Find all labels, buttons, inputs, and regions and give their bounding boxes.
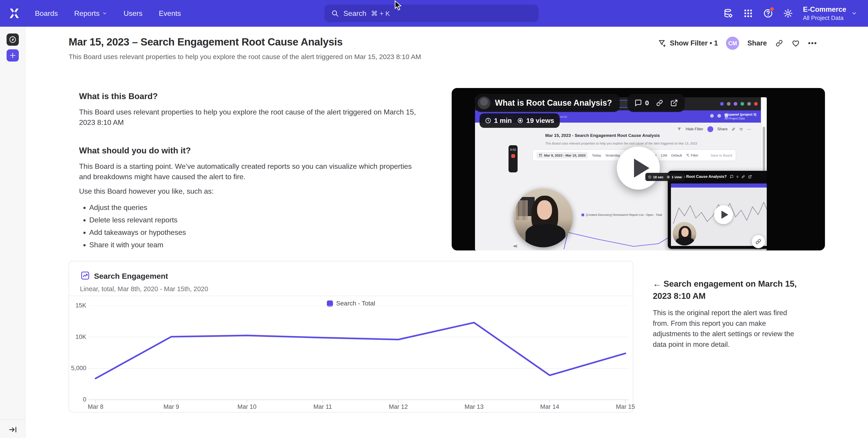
board-actions: Show Filter • 1 CM Share ••• <box>658 35 817 51</box>
x-tick-label: Mar 15 <box>607 403 644 410</box>
expand-sidebar-button[interactable] <box>8 425 18 434</box>
usage-bullet-list: Adjust the queries Delete less relevant … <box>89 202 406 252</box>
search-icon <box>331 9 339 17</box>
line-report-icon <box>81 271 90 280</box>
nested-video-frame: What is Root Cause Analysis? 0 <box>668 171 767 249</box>
share-button[interactable]: Share <box>747 39 767 47</box>
chart-series-line[interactable] <box>96 323 625 378</box>
nested-mini-navbar <box>671 183 767 188</box>
nav-item-reports[interactable]: Reports <box>74 9 107 18</box>
x-tick-label: Mar 14 <box>532 403 568 410</box>
add-board-button[interactable] <box>6 49 19 62</box>
line-chart <box>89 306 629 404</box>
project-switcher[interactable]: E-Commerce All Project Data <box>803 5 857 22</box>
copy-link-button[interactable] <box>775 39 783 47</box>
section-list-intro: Use this Board however you like, such as… <box>79 186 419 196</box>
data-management-icon[interactable] <box>723 8 733 18</box>
video-title-pill: What is Root Cause Analysis? <box>475 94 620 112</box>
report-title[interactable]: Search Engagement <box>94 272 168 280</box>
video-copy-link-button[interactable] <box>752 235 765 248</box>
list-item: Delete less relevant reports <box>89 215 406 225</box>
show-filter-button[interactable]: Show Filter • 1 <box>658 39 718 47</box>
heart-icon <box>792 39 800 47</box>
x-tick-label: Mar 11 <box>304 403 341 410</box>
link-icon <box>755 238 762 245</box>
mini-board-subtitle: This Board uses relevant properties to h… <box>545 142 697 145</box>
mini-board-title: Mar 15, 2023 - Search Engagement Root Ca… <box>545 133 660 138</box>
comment-icon[interactable] <box>634 99 642 107</box>
rail-divider <box>0 419 25 420</box>
link-icon[interactable] <box>656 99 663 107</box>
nested-video-body <box>671 188 767 246</box>
note-heading: ← Search engagement on March 15, 2023 8:… <box>653 278 798 302</box>
section-body-what-to-do: This Board is a starting point. We’ve au… <box>79 161 419 182</box>
mouse-cursor <box>393 0 403 12</box>
search-input[interactable]: Search ⌘ + K <box>324 4 539 22</box>
project-name: E-Commerce <box>803 5 846 13</box>
apps-grid-icon[interactable] <box>743 8 753 18</box>
x-tick-label: Mar 12 <box>380 403 416 410</box>
mini-board-actions: Hide Filter Share ⋯ <box>678 126 751 132</box>
comment-count: 0 <box>645 99 649 107</box>
video-embed[interactable]: BoardsReportsUsersEvents Mixpanel (proje… <box>452 88 825 250</box>
open-external-icon[interactable] <box>670 99 678 107</box>
webcam-circle <box>514 189 572 247</box>
mini-report-legend: [Content Discovery] Omnisearch Report Li… <box>582 213 662 216</box>
nested-webcam-circle <box>673 222 696 245</box>
report-subtitle: Linear, total, Mar 8th, 2020 - Mar 15th,… <box>80 285 208 293</box>
help-icon[interactable] <box>763 8 773 18</box>
range-option: Default <box>671 154 682 157</box>
section-body-what-is: This Board uses relevant properties to h… <box>79 107 419 128</box>
section-heading-what-is: What is this Board? <box>79 92 423 101</box>
range-option: Today <box>592 154 601 157</box>
mixpanel-board-page: X Boards Reports Users Events Search ⌘ +… <box>0 0 868 438</box>
video-duration: 1 min <box>494 117 512 125</box>
more-menu-button[interactable]: ••• <box>808 39 817 47</box>
y-tick-label: 5,000 <box>69 365 86 372</box>
notification-badge <box>770 6 774 11</box>
play-button[interactable] <box>617 146 660 190</box>
mini-avatar <box>707 126 713 132</box>
views-icon <box>517 117 524 124</box>
list-item: Share it with your team <box>89 240 406 250</box>
clock-icon <box>485 117 491 124</box>
video-stats-pill: 1 min 19 views <box>479 113 560 128</box>
mixpanel-logo[interactable]: X <box>6 5 22 21</box>
x-tick-label: Mar 8 <box>78 403 114 410</box>
nav-item-boards[interactable]: Boards <box>35 9 58 18</box>
chevron-down-icon <box>102 11 107 16</box>
recording-dot <box>754 102 758 106</box>
nav-item-events[interactable]: Events <box>159 9 181 18</box>
y-tick-label: 15K <box>69 302 86 309</box>
mini-project-switcher: Mixpanel (project 3) All Project Data <box>724 112 756 121</box>
card-divider <box>69 296 633 296</box>
note-body: This is the original report the alert wa… <box>653 308 798 350</box>
section-heading-what-to-do: What should you do with it? <box>79 146 423 156</box>
discover-compass-button[interactable] <box>6 33 19 46</box>
search-shortcut: ⌘ + K <box>371 9 390 18</box>
report-card-search-engagement[interactable]: Search Engagement Linear, total, Mar 8th… <box>69 261 633 412</box>
nested-video-stats: 18 sec 1 view <box>645 173 684 181</box>
nav-item-users[interactable]: Users <box>123 9 143 18</box>
nested-play-button <box>714 205 733 224</box>
x-tick-label: Mar 9 <box>153 403 189 410</box>
settings-gear-icon[interactable] <box>783 8 793 18</box>
video-title: What is Root Cause Analysis? <box>495 98 612 108</box>
chevron-down-icon <box>851 10 857 16</box>
favorite-button[interactable] <box>792 39 800 47</box>
page-title: Mar 15, 2023 – Search Engagement Root Ca… <box>69 36 343 48</box>
link-icon <box>775 39 783 47</box>
recording-toolbar: 0:02 <box>508 145 518 172</box>
search-placeholder: Search <box>343 9 366 18</box>
extension-icons <box>720 102 758 106</box>
video-actions-pill: 0 <box>627 94 685 112</box>
page-subtitle: This Board uses relevant properties to h… <box>69 53 421 61</box>
list-item: Add takeaways or hypotheses <box>89 227 406 237</box>
nav-right-cluster: E-Commerce All Project Data <box>723 0 857 27</box>
date-range-picker: Mar 9, 2023 - Mar 15, 2023 <box>536 152 588 159</box>
arrow-to-line-icon <box>8 425 18 434</box>
range-option: Yesterday <box>605 154 620 157</box>
avatar[interactable]: CM <box>726 37 739 50</box>
save-to-board-button: Save to Board <box>711 154 732 157</box>
record-stop-button <box>511 154 515 158</box>
